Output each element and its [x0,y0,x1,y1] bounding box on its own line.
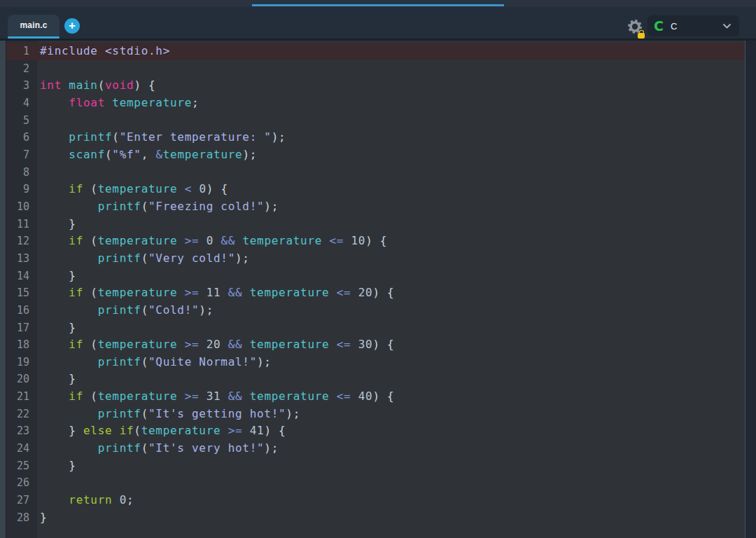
line-number: 4 [6,95,37,112]
lock-icon [638,33,645,39]
line-number: 23 [6,422,37,440]
line-number: 25 [6,457,37,475]
line-number: 14 [6,268,37,285]
line-number: 10 [6,198,37,216]
code-line[interactable] [37,60,745,78]
code-line[interactable] [37,164,745,181]
code-line[interactable] [37,112,745,130]
code-line[interactable]: return 0; [37,492,745,509]
code-line[interactable]: float temperature; [37,95,745,112]
line-number: 6 [6,129,37,146]
active-tab-indicator [8,36,59,39]
code-editor: 1234567891011121314151617181920212223242… [0,41,756,538]
code-area[interactable]: #include <stdio.h> int main(void) { floa… [37,41,745,538]
line-number: 7 [6,146,37,164]
top-strip [0,0,756,7]
code-line[interactable]: if (temperature >= 20 && temperature <= … [37,336,745,354]
right-edge-strip [745,41,756,538]
code-line[interactable]: printf("Very cold!"); [37,250,745,268]
line-number: 9 [6,181,37,198]
code-line[interactable]: int main(void) { [37,77,745,95]
line-number: 12 [6,233,37,250]
tab-main-c[interactable]: main.c [8,15,59,39]
code-line[interactable]: #include <stdio.h> [37,43,745,60]
code-line[interactable]: scanf("%f", &temperature); [37,146,745,164]
line-number: 20 [6,371,37,388]
line-number: 26 [6,474,37,492]
code-line[interactable]: } [37,457,745,475]
code-line[interactable]: } [37,216,745,233]
line-number: 27 [6,492,37,509]
line-number: 8 [6,164,37,181]
line-number: 21 [6,388,37,406]
line-number: 13 [6,250,37,268]
tab-label: main.c [8,20,59,30]
tab-bar: main.c + C C [0,7,756,41]
line-number: 2 [6,60,37,78]
language-dropdown[interactable]: C C [648,15,739,36]
line-number: 11 [6,216,37,233]
line-number: 22 [6,406,37,423]
line-number: 5 [6,112,37,130]
gutter: 1234567891011121314151617181920212223242… [6,41,37,538]
code-line[interactable]: if (temperature < 0) { [37,181,745,198]
code-line[interactable]: } [37,319,745,337]
code-line[interactable]: } [37,371,745,388]
progress-segment [252,0,504,7]
language-selected-label: C [671,21,677,32]
left-edge-strip [0,41,6,538]
code-line[interactable]: printf("It's getting hot!"); [37,406,745,423]
line-number: 28 [6,509,37,527]
code-line[interactable]: } [37,509,745,527]
line-number: 17 [6,319,37,337]
line-number: 15 [6,284,37,302]
c-language-logo-icon: C [654,20,664,33]
code-line[interactable]: printf("Freezing cold!"); [37,198,745,216]
line-number: 1 [6,43,37,60]
line-number: 3 [6,77,37,95]
code-line[interactable]: if (temperature >= 11 && temperature <= … [37,284,745,302]
code-line[interactable]: printf("Enter temperature: "); [37,129,745,146]
code-line[interactable]: } else if(temperature >= 41) { [37,422,745,440]
line-number: 19 [6,354,37,371]
code-line[interactable]: printf("It's very hot!"); [37,440,745,457]
code-line[interactable]: printf("Cold!"); [37,302,745,319]
line-number: 18 [6,336,37,354]
line-number: 16 [6,302,37,319]
code-line[interactable]: } [37,268,745,285]
add-tab-button[interactable]: + [64,18,80,34]
progress-line [252,4,504,6]
code-line[interactable]: printf("Quite Normal!"); [37,354,745,371]
code-line[interactable] [37,474,745,492]
code-line[interactable]: if (temperature >= 31 && temperature <= … [37,388,745,406]
chevron-down-icon [723,24,731,29]
code-line[interactable]: if (temperature >= 0 && temperature <= 1… [37,233,745,250]
line-number: 24 [6,440,37,457]
